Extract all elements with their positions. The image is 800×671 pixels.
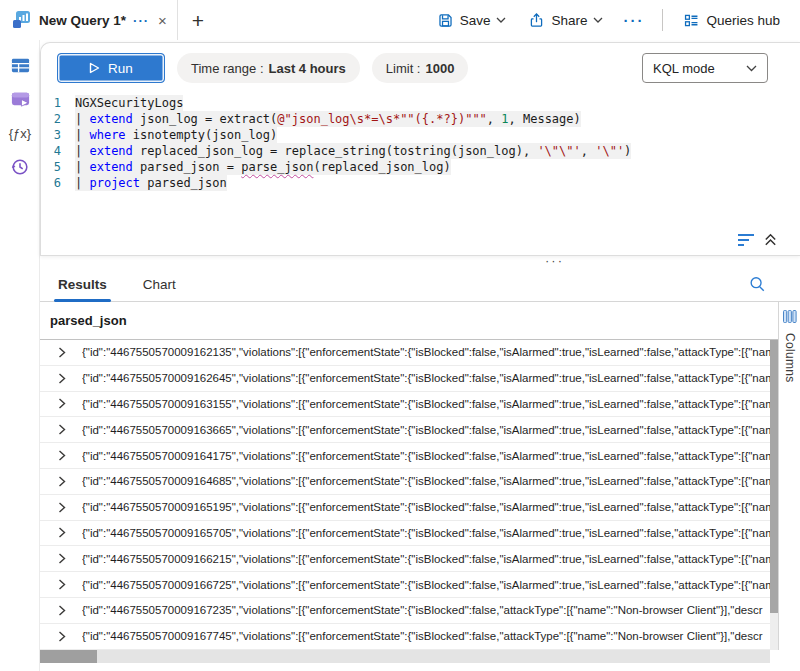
- splitter-handle-icon[interactable]: ···: [545, 253, 564, 268]
- row-json-text: {"id":"4467550570009164175","violations"…: [82, 450, 770, 462]
- time-range-label: Time range :: [191, 61, 264, 76]
- sidebar-item-data-table[interactable]: [0, 48, 40, 82]
- query-editor[interactable]: 1 NGXSecurityLogs 2 | extend json_log = …: [41, 95, 800, 191]
- share-button[interactable]: Share: [520, 7, 611, 34]
- chevron-right-icon[interactable]: [58, 373, 74, 384]
- share-label: Share: [551, 13, 587, 28]
- run-label: Run: [108, 61, 133, 76]
- sidebar-item-functions[interactable]: {ƒx}: [0, 116, 40, 150]
- column-header-parsed-json[interactable]: parsed_json: [40, 302, 800, 340]
- run-play-icon: [89, 62, 100, 74]
- line-number: 2: [41, 111, 75, 127]
- horizontal-scrollbar-thumb[interactable]: [40, 650, 97, 663]
- code-text: | extend parsed_json = parse_json(replac…: [75, 159, 451, 175]
- table-row[interactable]: {"id":"4467550570009165195","violations"…: [40, 495, 770, 521]
- code-line[interactable]: 4 | extend replaced_json_log = replace_s…: [41, 143, 800, 159]
- chevron-right-icon[interactable]: [58, 631, 74, 642]
- chevron-right-icon[interactable]: [58, 347, 74, 358]
- line-number: 6: [41, 175, 75, 191]
- tab-close-icon[interactable]: ×: [158, 12, 167, 29]
- line-number: 5: [41, 159, 75, 175]
- query-editor-panel: Run Time range : Last 4 hours Limit : 10…: [40, 42, 800, 256]
- vertical-scrollbar-thumb[interactable]: [770, 340, 778, 613]
- code-text: | where isnotempty(json_log): [75, 127, 277, 143]
- tab-bar: New Query 1* ··· × + Save: [0, 0, 800, 40]
- view-options-icon[interactable]: [737, 233, 755, 247]
- chevron-right-icon[interactable]: [58, 398, 74, 409]
- table-row[interactable]: {"id":"4467550570009162645","violations"…: [40, 366, 770, 392]
- chevron-right-icon[interactable]: [58, 579, 74, 590]
- chevron-right-icon[interactable]: [58, 502, 74, 513]
- kql-mode-dropdown[interactable]: KQL mode: [642, 53, 768, 83]
- vertical-scrollbar[interactable]: [770, 340, 778, 650]
- results-rows: {"id":"4467550570009162135","violations"…: [40, 340, 770, 650]
- code-text: | extend json_log = extract(@"json_log\s…: [75, 111, 581, 127]
- queries-hub-button[interactable]: Queries hub: [675, 7, 788, 34]
- chevron-right-icon[interactable]: [58, 553, 74, 564]
- table-row[interactable]: {"id":"4467550570009165705","violations"…: [40, 521, 770, 547]
- columns-side-panel[interactable]: Columns: [778, 302, 800, 650]
- table-row[interactable]: {"id":"4467550570009167235","violations"…: [40, 598, 770, 624]
- table-row[interactable]: {"id":"4467550570009164175","violations"…: [40, 443, 770, 469]
- chevron-down-icon: [496, 17, 506, 23]
- query-tab[interactable]: New Query 1* ··· ×: [0, 0, 178, 40]
- table-row[interactable]: {"id":"4467550570009167745","violations"…: [40, 624, 770, 650]
- table-row[interactable]: {"id":"4467550570009166725","violations"…: [40, 572, 770, 598]
- sidebar-item-queries[interactable]: [0, 82, 40, 116]
- code-line[interactable]: 3 | where isnotempty(json_log): [41, 127, 800, 143]
- kusto-query-page: New Query 1* ··· × + Save: [0, 0, 800, 671]
- save-icon: [437, 12, 454, 29]
- line-number: 1: [41, 95, 75, 111]
- row-json-text: {"id":"4467550570009166215","violations"…: [82, 553, 770, 565]
- columns-panel-label: Columns: [783, 333, 797, 382]
- more-actions-icon[interactable]: ···: [617, 12, 650, 29]
- table-row[interactable]: {"id":"4467550570009162135","violations"…: [40, 340, 770, 366]
- table-row[interactable]: {"id":"4467550570009166215","violations"…: [40, 546, 770, 572]
- chevron-down-icon: [746, 65, 757, 72]
- code-line[interactable]: 6 | project parsed_json: [41, 175, 800, 191]
- code-line[interactable]: 5 | extend parsed_json = parse_json(repl…: [41, 159, 800, 175]
- tab-overflow-icon[interactable]: ···: [133, 13, 149, 28]
- code-line[interactable]: 1 NGXSecurityLogs: [41, 95, 800, 111]
- table-row[interactable]: {"id":"4467550570009163665","violations"…: [40, 417, 770, 443]
- panel-splitter[interactable]: ···: [40, 256, 800, 268]
- columns-panel-icon: [783, 310, 797, 323]
- kql-mode-value: KQL mode: [653, 61, 715, 76]
- row-json-text: {"id":"4467550570009165195","violations"…: [82, 501, 770, 513]
- sidebar-item-history[interactable]: [0, 150, 40, 184]
- row-json-text: {"id":"4467550570009163665","violations"…: [82, 424, 770, 436]
- chevron-right-icon[interactable]: [58, 476, 74, 487]
- table-row[interactable]: {"id":"4467550570009164685","violations"…: [40, 469, 770, 495]
- new-tab-button[interactable]: +: [192, 10, 204, 31]
- row-json-text: {"id":"4467550570009167745","violations"…: [82, 630, 770, 642]
- save-button[interactable]: Save: [429, 7, 515, 34]
- queries-hub-label: Queries hub: [706, 13, 780, 28]
- line-number: 4: [41, 143, 75, 159]
- code-line[interactable]: 2 | extend json_log = extract(@"json_log…: [41, 111, 800, 127]
- chevron-right-icon[interactable]: [58, 605, 74, 616]
- adx-app-icon: [12, 10, 32, 30]
- functions-icon: {ƒx}: [9, 126, 31, 141]
- time-range-value: Last 4 hours: [269, 61, 346, 76]
- horizontal-scrollbar[interactable]: [40, 650, 770, 663]
- tab-results[interactable]: Results: [58, 268, 107, 302]
- code-text: | project parsed_json: [75, 175, 227, 191]
- chevron-right-icon[interactable]: [58, 527, 74, 538]
- row-json-text: {"id":"4467550570009162135","violations"…: [82, 346, 770, 358]
- search-icon[interactable]: [748, 275, 766, 293]
- limit-label: Limit :: [386, 61, 421, 76]
- queries-icon: [10, 89, 31, 110]
- time-range-picker[interactable]: Time range : Last 4 hours: [177, 53, 360, 83]
- limit-picker[interactable]: Limit : 1000: [372, 53, 469, 83]
- chevron-right-icon[interactable]: [58, 424, 74, 435]
- row-json-text: {"id":"4467550570009164685","violations"…: [82, 475, 770, 487]
- row-json-text: {"id":"4467550570009167235","violations"…: [82, 604, 770, 616]
- run-button[interactable]: Run: [57, 53, 165, 83]
- chevron-down-icon: [593, 17, 603, 23]
- chevron-right-icon[interactable]: [58, 450, 74, 461]
- table-row[interactable]: {"id":"4467550570009163155","violations"…: [40, 392, 770, 418]
- row-json-text: {"id":"4467550570009166725","violations"…: [82, 579, 770, 591]
- collapse-editor-icon[interactable]: [763, 232, 778, 247]
- tab-chart[interactable]: Chart: [143, 268, 176, 302]
- data-table-icon: [10, 55, 31, 76]
